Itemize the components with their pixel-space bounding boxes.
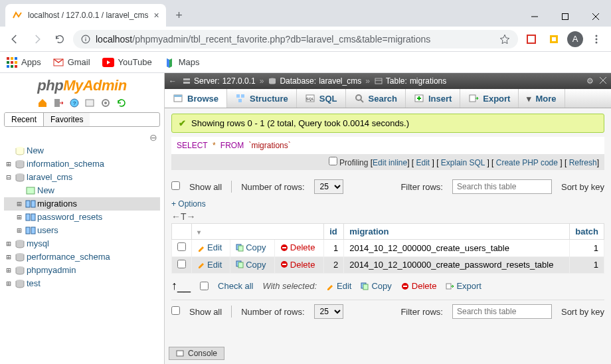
- extension-icon[interactable]: [522, 30, 541, 48]
- gear-icon[interactable]: ⚙: [586, 76, 594, 86]
- link-icon[interactable]: ⊖: [149, 132, 157, 143]
- bc-server-link[interactable]: 127.0.0.1: [222, 76, 256, 86]
- tab-more[interactable]: ▾More: [519, 89, 565, 108]
- home-icon[interactable]: [37, 98, 48, 108]
- table-row[interactable]: Edit Copy Delete 1 2014_10_12_000000_cre…: [172, 240, 604, 257]
- options-link[interactable]: + Options: [171, 198, 206, 210]
- site-info-icon[interactable]: [81, 35, 90, 44]
- profiling-checkbox[interactable]: [329, 157, 337, 165]
- row-checkbox[interactable]: [177, 242, 186, 251]
- row-copy[interactable]: Copy: [236, 242, 266, 252]
- tree-migrations[interactable]: ⊞ migrations: [4, 197, 160, 211]
- bc-db-link[interactable]: laravel_cms: [319, 76, 361, 86]
- bulk-edit[interactable]: Edit: [326, 281, 351, 291]
- profile-avatar[interactable]: A: [567, 31, 583, 47]
- tree-mysql[interactable]: ⊞ mysql: [4, 237, 160, 250]
- tree-test[interactable]: ⊞ test: [4, 277, 160, 290]
- back-button[interactable]: [5, 30, 24, 48]
- tab-browse[interactable]: Browse: [165, 89, 227, 108]
- pma-logo[interactable]: phpMyAdmin: [4, 76, 160, 96]
- edit-inline-link[interactable]: Edit inline: [373, 158, 407, 167]
- expand-icon[interactable]: ⊞: [15, 213, 24, 222]
- row-edit[interactable]: Edit: [197, 242, 222, 252]
- tree-information-schema[interactable]: ⊞ information_schema: [4, 157, 160, 171]
- table-row[interactable]: Edit Copy Delete 2 2014_10_12_100000_cre…: [172, 256, 604, 274]
- maximize-button[interactable]: [550, 7, 580, 27]
- show-all-checkbox[interactable]: [171, 181, 180, 190]
- filter-input[interactable]: [452, 304, 552, 319]
- num-rows-select[interactable]: 25: [314, 179, 343, 194]
- expand-icon[interactable]: ⊞: [4, 239, 13, 248]
- expand-icon[interactable]: ⊞: [4, 159, 13, 169]
- col-id[interactable]: id: [324, 224, 344, 240]
- browser-tab[interactable]: localhost / 127.0.0.1 / laravel_cms ×: [5, 4, 166, 27]
- show-all-label[interactable]: Show all: [189, 307, 222, 317]
- tab-recent[interactable]: Recent: [5, 113, 44, 126]
- tab-structure[interactable]: Structure: [227, 89, 297, 108]
- tree-new[interactable]: New: [4, 144, 160, 157]
- refresh-link[interactable]: Refresh: [569, 158, 597, 167]
- exit-icon[interactable]: [599, 76, 607, 86]
- profiling-label[interactable]: Profiling: [339, 158, 368, 167]
- explain-link[interactable]: Explain SQL: [441, 158, 485, 167]
- forward-button[interactable]: [28, 30, 46, 48]
- reload-button[interactable]: [50, 30, 69, 48]
- tree-performance-schema[interactable]: ⊞ performance_schema: [4, 250, 160, 264]
- expand-icon[interactable]: ⊞: [4, 279, 13, 288]
- apps-bookmark[interactable]: Apps: [7, 57, 41, 68]
- row-checkbox[interactable]: [177, 260, 186, 268]
- tree-users[interactable]: ⊞ users: [4, 224, 160, 237]
- show-all-label[interactable]: Show all: [189, 182, 222, 192]
- bc-table-link[interactable]: migrations: [410, 76, 446, 86]
- address-bar[interactable]: localhost/phpmyadmin/tbl_recent_favorite…: [73, 30, 518, 48]
- star-icon[interactable]: [499, 34, 510, 45]
- col-migration[interactable]: migration: [344, 224, 570, 240]
- col-batch[interactable]: batch: [570, 224, 604, 240]
- bulk-export[interactable]: Export: [446, 281, 481, 291]
- youtube-bookmark[interactable]: YouTube: [102, 57, 152, 67]
- filter-input[interactable]: [452, 179, 552, 194]
- maps-bookmark[interactable]: Maps: [164, 57, 200, 68]
- tree-password-resets[interactable]: ⊞ password_resets: [4, 211, 160, 224]
- tab-export[interactable]: Export: [460, 89, 519, 108]
- row-copy[interactable]: Copy: [236, 260, 266, 270]
- tree-laravel-cms[interactable]: ⊟ laravel_cms: [4, 171, 160, 184]
- new-tab-button[interactable]: +: [170, 6, 189, 25]
- check-all-checkbox[interactable]: [200, 282, 209, 290]
- expand-icon[interactable]: ⊞: [15, 226, 24, 235]
- extension-icon-2[interactable]: [545, 30, 563, 48]
- tab-insert[interactable]: Insert: [406, 89, 460, 108]
- tree-new-table[interactable]: New: [4, 184, 160, 197]
- docs-icon[interactable]: ?: [69, 98, 80, 108]
- tab-close-icon[interactable]: ×: [153, 10, 159, 21]
- minimize-button[interactable]: [519, 7, 550, 27]
- row-delete[interactable]: Delete: [280, 260, 315, 270]
- edit-link[interactable]: Edit: [416, 158, 430, 167]
- tab-sql[interactable]: SQLSQL: [297, 89, 346, 108]
- bulk-delete[interactable]: Delete: [401, 281, 437, 291]
- tab-search[interactable]: Search: [346, 89, 406, 108]
- check-all-link[interactable]: Check all: [218, 281, 253, 291]
- sql-icon[interactable]: [84, 98, 95, 108]
- tab-favorites[interactable]: Favorites: [44, 113, 90, 126]
- show-all-checkbox[interactable]: [171, 306, 180, 315]
- collapse-icon[interactable]: ⊟: [4, 173, 13, 182]
- expand-icon[interactable]: ⊞: [4, 266, 13, 275]
- menu-icon[interactable]: [587, 30, 606, 48]
- settings-icon[interactable]: [100, 98, 111, 108]
- collapse-nav-icon[interactable]: ←: [169, 76, 177, 86]
- create-php-link[interactable]: Create PHP code: [496, 158, 558, 167]
- expand-icon[interactable]: ⊞: [15, 199, 24, 209]
- row-edit[interactable]: Edit: [197, 260, 222, 270]
- tree-phpmyadmin[interactable]: ⊞ phpmyadmin: [4, 264, 160, 277]
- sort-arrows[interactable]: ←T→: [171, 210, 604, 223]
- close-window-button[interactable]: [580, 7, 611, 27]
- bulk-copy[interactable]: Copy: [361, 281, 391, 291]
- logout-icon[interactable]: [53, 98, 64, 108]
- row-delete[interactable]: Delete: [280, 242, 315, 252]
- expand-icon[interactable]: ⊞: [4, 252, 13, 262]
- reload-icon[interactable]: [116, 98, 127, 108]
- gmail-bookmark[interactable]: Gmail: [53, 57, 90, 68]
- console-bar[interactable]: Console: [169, 347, 224, 360]
- num-rows-select[interactable]: 25: [314, 304, 343, 319]
